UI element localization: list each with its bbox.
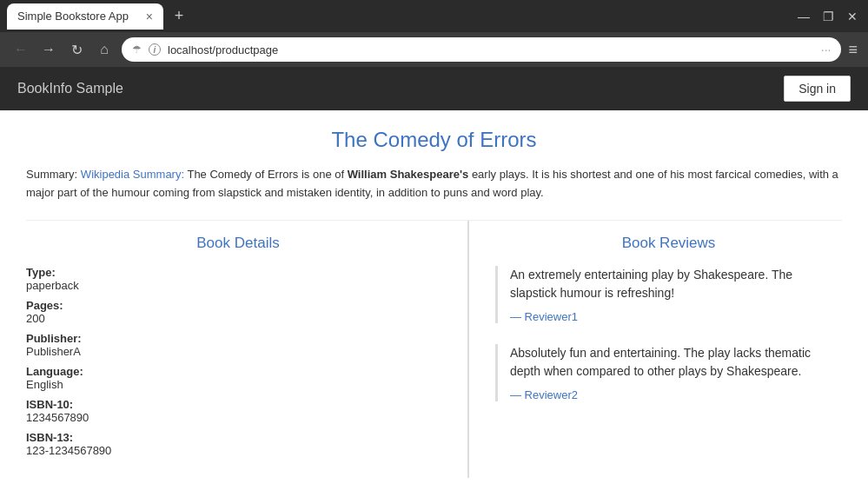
address-input-wrap[interactable]: ☂ i localhost/productpage ··· [122,37,841,62]
review-item-2: Absolutely fun and entertaining. The pla… [495,344,842,401]
detail-isbn13-label: ISBN-13: [26,431,450,444]
detail-isbn10-label: ISBN-10: [26,398,450,411]
detail-publisher-label: Publisher: [26,332,450,345]
new-tab-button[interactable]: + [167,4,191,29]
book-details-column: Book Details Type: paperback Pages: 200 … [26,221,469,478]
back-button[interactable]: ← [10,42,31,57]
reviewer-name-1: — Reviewer1 [510,310,578,323]
maximize-button[interactable]: ❐ [819,8,837,25]
review-item-1: An extremely entertaining play by Shakes… [495,266,842,323]
detail-publisher-value: PublisherA [26,345,450,358]
book-reviews-column: Book Reviews An extremely entertaining p… [469,221,842,478]
book-reviews-heading: Book Reviews [495,235,842,252]
forward-button[interactable]: → [38,42,59,57]
info-icon: i [149,43,161,56]
address-more-button[interactable]: ··· [821,43,832,56]
home-button[interactable]: ⌂ [94,42,115,57]
window-controls: — ❐ ✕ [795,8,861,25]
detail-isbn13-value: 123-1234567890 [26,444,450,457]
tab-title: Simple Bookstore App [17,10,129,23]
author-name: William Shakespeare's [348,168,469,181]
detail-pages-value: 200 [26,312,450,325]
shield-icon: ☂ [132,43,142,56]
detail-language-value: English [26,378,450,391]
title-bar: Simple Bookstore App × + — ❐ ✕ [0,0,868,32]
reload-button[interactable]: ↻ [66,42,87,58]
review-text-1: An extremely entertaining play by Shakes… [510,266,842,302]
book-details-heading: Book Details [26,235,450,252]
sign-in-button[interactable]: Sign in [784,76,851,102]
browser-chrome: Simple Bookstore App × + — ❐ ✕ ← → ↻ ⌂ ☂… [0,0,868,67]
review-text-2: Absolutely fun and entertaining. The pla… [510,344,842,381]
nav-header: BookInfo Sample Sign in [0,67,868,110]
book-title: The Comedy of Errors [26,128,842,152]
summary-body-1: The Comedy of Errors is one of [187,168,347,181]
browser-menu-button[interactable]: ≡ [848,41,858,59]
detail-language-label: Language: [26,365,450,378]
reviewer-name-2: — Reviewer2 [510,388,578,401]
address-bar: ← → ↻ ⌂ ☂ i localhost/productpage ··· ≡ [0,32,868,67]
wikipedia-link[interactable]: Wikipedia Summary: [81,168,184,181]
detail-type-value: paperback [26,279,450,292]
tab-close-button[interactable]: × [146,10,153,23]
detail-type-label: Type: [26,266,450,279]
page-content: The Comedy of Errors Summary: Wikipedia … [0,110,868,495]
summary-label: Summary: [26,168,77,181]
close-button[interactable]: ✕ [844,8,861,25]
nav-brand: BookInfo Sample [17,81,123,96]
active-tab[interactable]: Simple Bookstore App × [7,3,163,30]
address-text: localhost/productpage [168,43,814,56]
detail-pages-label: Pages: [26,299,450,312]
book-summary: Summary: Wikipedia Summary: The Comedy o… [26,166,842,202]
two-column-section: Book Details Type: paperback Pages: 200 … [26,220,842,478]
minimize-button[interactable]: — [795,8,812,25]
detail-isbn10-value: 1234567890 [26,411,450,424]
